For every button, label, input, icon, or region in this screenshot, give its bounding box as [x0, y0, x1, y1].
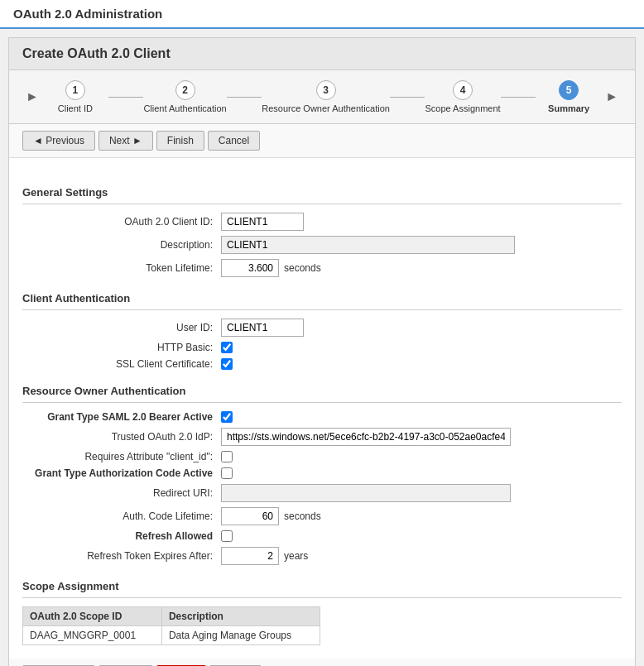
wizard-step-circle-1: 1 — [65, 80, 85, 100]
user-id-input[interactable] — [221, 319, 304, 337]
http-basic-label: HTTP Basic: — [22, 342, 221, 353]
client-id-input[interactable] — [221, 213, 304, 231]
token-lifetime-unit: seconds — [284, 262, 321, 274]
trusted-idp-label: Trusted OAuth 2.0 IdP: — [22, 431, 221, 443]
http-basic-checkbox[interactable] — [221, 342, 233, 353]
scope-table: OAuth 2.0 Scope ID Description DAAG_MNGG… — [22, 606, 320, 645]
requires-attr-checkbox[interactable] — [221, 451, 233, 462]
grant-auth-code-row: Grant Type Authorization Code Active — [22, 467, 622, 479]
wizard-line-1 — [108, 97, 144, 98]
grant-auth-code-checkbox[interactable] — [221, 467, 233, 479]
user-id-label: User ID: — [22, 322, 221, 333]
refresh-allowed-checkbox[interactable] — [221, 530, 233, 542]
app-header: OAuth 2.0 Administration — [0, 0, 644, 29]
grant-saml-row: Grant Type SAML 2.0 Bearer Active — [22, 411, 622, 423]
refresh-token-input[interactable] — [221, 547, 279, 565]
refresh-token-label: Refresh Token Expires After: — [22, 550, 221, 562]
top-previous-button[interactable]: ◄ Previous — [22, 131, 95, 151]
user-id-row: User ID: — [22, 319, 622, 337]
app-title: OAuth 2.0 Administration — [13, 7, 162, 21]
wizard-step-label-3: Resource Owner Authentication — [262, 103, 390, 113]
wizard-step-circle-3: 3 — [316, 80, 336, 100]
top-toolbar: ◄ Previous Next ► Finish Cancel — [9, 124, 635, 158]
token-lifetime-input[interactable] — [221, 259, 279, 277]
top-next-button[interactable]: Next ► — [99, 131, 153, 151]
token-lifetime-row: Token Lifetime: seconds — [22, 259, 622, 277]
general-settings-header: General Settings — [22, 181, 622, 204]
ssl-cert-label: SSL Client Certificate: — [22, 358, 221, 370]
refresh-allowed-label: Refresh Allowed — [22, 530, 221, 542]
top-finish-button[interactable]: Finish — [156, 131, 204, 151]
scope-id-cell: DAAG_MNGGRP_0001 — [23, 626, 162, 645]
grant-auth-code-label: Grant Type Authorization Code Active — [22, 467, 221, 479]
wizard-step-4: 4 Scope Assignment — [425, 80, 500, 113]
ssl-cert-checkbox[interactable] — [221, 358, 233, 370]
grant-saml-label: Grant Type SAML 2.0 Bearer Active — [22, 411, 221, 423]
http-basic-row: HTTP Basic: — [22, 342, 622, 353]
scope-col-id: OAuth 2.0 Scope ID — [23, 607, 162, 626]
wizard-step-2: 2 Client Authentication — [143, 80, 226, 113]
wizard-line-3 — [390, 97, 425, 98]
auth-code-lifetime-label: Auth. Code Lifetime: — [22, 510, 221, 522]
bottom-toolbar: ◄ Previous Next ► Finish Cancel — [9, 659, 635, 666]
trusted-idp-input[interactable] — [221, 428, 511, 446]
client-auth-header: Client Authentication — [22, 287, 622, 310]
refresh-token-unit: years — [284, 550, 308, 562]
auth-code-lifetime-unit: seconds — [284, 510, 321, 522]
wizard-step-label-5: Summary — [548, 103, 589, 113]
client-id-label: OAuth 2.0 Client ID: — [22, 216, 221, 228]
description-row: Description: — [22, 236, 622, 254]
table-row: DAAG_MNGGRP_0001 Data Aging Manage Group… — [23, 626, 320, 645]
wizard-steps: ► 1 Client ID 2 Client Authentication 3 … — [9, 70, 635, 124]
wizard-step-3: 3 Resource Owner Authentication — [262, 80, 390, 113]
wizard-start-arrow: ► — [26, 89, 39, 104]
auth-code-lifetime-row: Auth. Code Lifetime: seconds — [22, 507, 622, 525]
page-title: Create OAuth 2.0 Client — [9, 38, 635, 70]
scope-assignment-header: Scope Assignment — [22, 575, 622, 598]
resource-owner-header: Resource Owner Authentication — [22, 380, 622, 403]
content-area: General Settings OAuth 2.0 Client ID: De… — [9, 158, 635, 659]
top-cancel-button[interactable]: Cancel — [208, 131, 260, 151]
redirect-uri-label: Redirect URI: — [22, 487, 221, 499]
description-input[interactable] — [221, 236, 515, 254]
scope-desc-cell: Data Aging Manage Groups — [161, 626, 320, 645]
refresh-allowed-row: Refresh Allowed — [22, 530, 622, 542]
wizard-step-label-4: Scope Assignment — [425, 103, 500, 113]
page-container: Create OAuth 2.0 Client ► 1 Client ID 2 … — [8, 37, 636, 666]
wizard-step-5: 5 Summary — [536, 80, 602, 113]
trusted-idp-row: Trusted OAuth 2.0 IdP: — [22, 428, 622, 446]
wizard-step-label-1: Client ID — [58, 103, 93, 113]
wizard-step-circle-2: 2 — [175, 80, 195, 100]
wizard-line-4 — [501, 97, 536, 98]
auth-code-lifetime-input[interactable] — [221, 507, 279, 525]
wizard-step-label-2: Client Authentication — [143, 103, 226, 113]
client-id-row: OAuth 2.0 Client ID: — [22, 213, 622, 231]
redirect-uri-input[interactable] — [221, 484, 511, 502]
wizard-step-circle-4: 4 — [453, 80, 473, 100]
grant-saml-checkbox[interactable] — [221, 411, 233, 423]
redirect-uri-row: Redirect URI: — [22, 484, 622, 502]
wizard-step-1: 1 Client ID — [42, 80, 108, 113]
ssl-cert-row: SSL Client Certificate: — [22, 358, 622, 370]
token-lifetime-label: Token Lifetime: — [22, 262, 221, 274]
refresh-token-row: Refresh Token Expires After: years — [22, 547, 622, 565]
wizard-line-2 — [227, 97, 262, 98]
scope-col-desc: Description — [161, 607, 320, 626]
requires-attr-row: Requires Attribute "client_id": — [22, 451, 622, 462]
wizard-step-circle-5: 5 — [559, 80, 579, 100]
description-label: Description: — [22, 239, 221, 251]
wizard-end-arrow: ► — [605, 89, 618, 104]
requires-attr-label: Requires Attribute "client_id": — [22, 451, 221, 462]
